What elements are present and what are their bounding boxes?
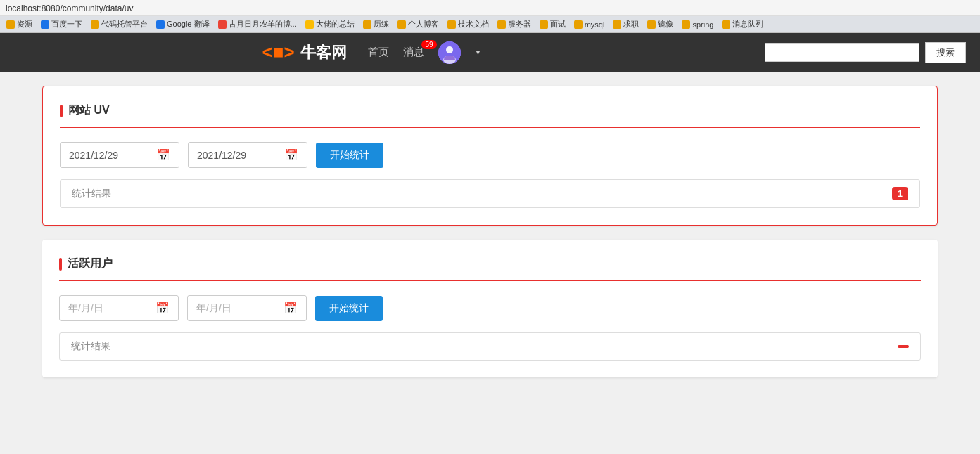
search-button[interactable]: 搜索 (925, 42, 966, 63)
uv-end-date-value: 2021/12/29 (197, 150, 279, 161)
active-title-bar (59, 258, 62, 271)
bookmark-icon (397, 20, 406, 29)
bookmark-label: 古月日月农羊的博... (229, 19, 297, 30)
uv-card: 网站 UV 2021/12/29 📅 2021/12/29 📅 开始统计 统计结… (42, 86, 938, 226)
uv-result-badge: 1 (892, 187, 908, 200)
active-start-calendar-icon[interactable]: 📅 (155, 301, 170, 315)
active-result-row: 统计结果 (59, 332, 921, 361)
avatar[interactable] (438, 41, 461, 64)
active-start-date-placeholder: 年/月/日 (68, 302, 150, 315)
bookmark-resources[interactable]: 资源 (4, 18, 34, 30)
bookmark-mysql[interactable]: mysql (572, 20, 607, 30)
messages-badge-count: 59 (421, 40, 436, 49)
bookmark-google-translate[interactable]: Google 翻译 (154, 18, 212, 30)
bookmark-baidu[interactable]: 百度一下 (39, 18, 84, 30)
nav-messages-wrapper[interactable]: 消息 59 (403, 46, 424, 59)
uv-end-calendar-icon[interactable]: 📅 (284, 148, 298, 162)
nav-links: 首页 消息 59 ▼ (368, 41, 482, 64)
bookmark-icon (363, 20, 371, 29)
top-nav: <■> 牛客网 首页 消息 59 ▼ (0, 33, 980, 72)
bookmark-personal-blog[interactable]: 个人博客 (395, 18, 441, 30)
active-end-date-placeholder: 年/月/日 (196, 302, 278, 315)
uv-result-row: 统计结果 1 (60, 179, 920, 208)
bookmark-icon (647, 20, 656, 29)
bookmark-practice[interactable]: 历练 (361, 18, 391, 30)
bookmark-label: 个人博客 (408, 19, 439, 30)
avatar-image (438, 41, 461, 64)
bookmark-label: 技术文档 (458, 19, 489, 30)
uv-start-date-input[interactable]: 2021/12/29 📅 (60, 142, 179, 168)
active-card-title: 活跃用户 (68, 257, 113, 271)
bookmark-icon (6, 20, 15, 29)
bookmark-code-hosting[interactable]: 代码托管平台 (89, 18, 150, 30)
bookmark-blog[interactable]: 古月日月农羊的博... (216, 18, 299, 30)
bookmark-label: 历练 (374, 19, 389, 30)
bookmarks-bar: 资源 百度一下 代码托管平台 Google 翻译 古月日月农羊的博... 大佬的… (0, 16, 980, 33)
active-start-date-input[interactable]: 年/月/日 📅 (59, 295, 179, 321)
bookmark-summary[interactable]: 大佬的总结 (303, 18, 357, 30)
bookmark-job[interactable]: 求职 (611, 18, 641, 30)
main-content: 网站 UV 2021/12/29 📅 2021/12/29 📅 开始统计 统计结… (0, 72, 980, 406)
bookmark-tech-docs[interactable]: 技术文档 (445, 18, 491, 30)
svg-point-1 (446, 46, 453, 53)
active-date-row: 年/月/日 📅 年/月/日 📅 开始统计 (59, 295, 921, 321)
bookmark-message-queue[interactable]: 消息队列 (720, 18, 765, 30)
bookmark-icon (41, 20, 49, 29)
bookmark-label: 大佬的总结 (316, 19, 355, 30)
bookmark-label: 服务器 (508, 19, 531, 30)
bookmark-icon (156, 20, 165, 29)
nav-home[interactable]: 首页 (368, 46, 389, 59)
bookmark-label: Google 翻译 (167, 19, 210, 30)
avatar-svg (438, 41, 461, 64)
active-result-label: 统计结果 (71, 340, 110, 353)
uv-start-calendar-icon[interactable]: 📅 (156, 148, 170, 162)
uv-start-date-value: 2021/12/29 (69, 150, 151, 161)
bookmark-interview[interactable]: 面试 (537, 18, 568, 30)
search-area: 搜索 (765, 42, 966, 63)
search-input[interactable] (765, 43, 919, 62)
bookmark-icon (722, 20, 730, 29)
bookmark-icon (540, 20, 548, 29)
uv-date-row: 2021/12/29 📅 2021/12/29 📅 开始统计 (60, 142, 920, 168)
bookmark-mirror[interactable]: 镜像 (645, 18, 675, 30)
bookmark-icon (574, 20, 583, 29)
avatar-dropdown-icon[interactable]: ▼ (475, 48, 482, 56)
active-users-card: 活跃用户 年/月/日 📅 年/月/日 📅 开始统计 统计结果 (42, 240, 938, 377)
bookmark-icon (497, 20, 506, 29)
bookmark-label: mysql (585, 20, 605, 29)
bookmark-server[interactable]: 服务器 (495, 18, 533, 30)
logo-icon: <■> (262, 41, 295, 63)
bookmark-icon (682, 20, 690, 29)
bookmark-label: 求职 (623, 19, 639, 30)
nav-messages[interactable]: 消息 (403, 46, 424, 58)
bookmark-icon (91, 20, 99, 29)
address-bar[interactable]: localhost:8080/community/data/uv (6, 4, 133, 13)
bookmark-label: 面试 (550, 19, 566, 30)
active-start-btn[interactable]: 开始统计 (315, 296, 383, 321)
bookmark-label: 镜像 (658, 19, 673, 30)
bookmark-icon (613, 20, 621, 29)
bookmark-icon (447, 20, 456, 29)
active-end-calendar-icon[interactable]: 📅 (284, 301, 298, 315)
bookmark-icon (305, 20, 314, 29)
uv-title-bar (60, 105, 63, 117)
bookmark-icon (218, 20, 227, 29)
logo-text: 牛客网 (300, 42, 347, 63)
uv-end-date-input[interactable]: 2021/12/29 📅 (188, 142, 307, 168)
bookmark-label: 资源 (17, 19, 32, 30)
uv-card-title-row: 网站 UV (60, 103, 920, 128)
bookmark-spring[interactable]: spring (680, 20, 715, 30)
uv-result-label: 统计结果 (72, 188, 111, 200)
bookmark-label: 百度一下 (51, 19, 82, 30)
bookmark-label: 消息队列 (732, 19, 763, 30)
active-end-date-input[interactable]: 年/月/日 📅 (187, 295, 307, 321)
uv-card-title: 网站 UV (68, 103, 110, 118)
uv-start-btn[interactable]: 开始统计 (316, 143, 383, 168)
bookmark-label: 代码托管平台 (101, 19, 148, 30)
active-result-badge (898, 345, 909, 348)
active-card-title-row: 活跃用户 (59, 257, 921, 281)
bookmark-label: spring (692, 20, 713, 29)
logo-area[interactable]: <■> 牛客网 (262, 41, 347, 63)
